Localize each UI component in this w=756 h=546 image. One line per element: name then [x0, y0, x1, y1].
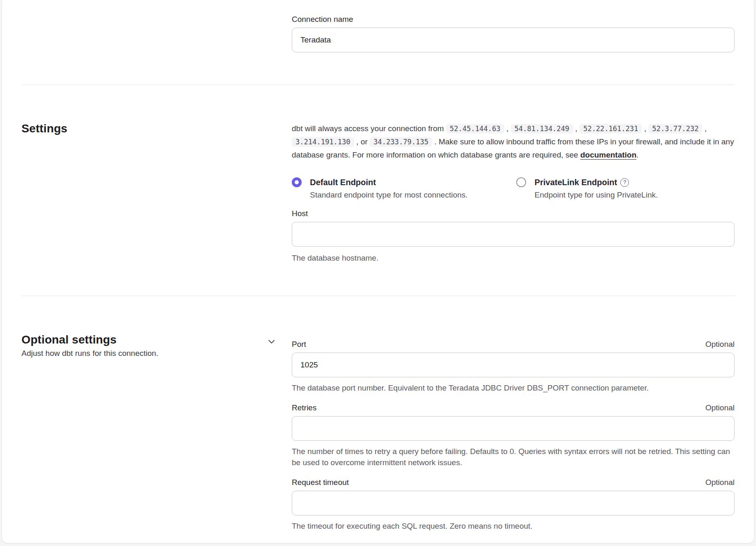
retries-input[interactable]: [292, 416, 735, 441]
port-helper-text: The database port number. Equivalent to …: [292, 382, 735, 393]
retries-field: Retries Optional The number of times to …: [292, 403, 735, 468]
host-label: Host: [292, 209, 735, 218]
radio-unselected-icon[interactable]: [516, 177, 526, 187]
request-timeout-input[interactable]: [292, 491, 735, 515]
ip-address-chip: 52.3.77.232: [648, 124, 702, 134]
host-helper-text: The database hostname.: [292, 252, 735, 264]
connection-name-left-spacer: [21, 15, 292, 52]
paragraph-text: , or: [356, 137, 367, 146]
paragraph-text: ,: [704, 124, 706, 133]
connection-settings-card: Connection name Settings dbt will always…: [2, 0, 754, 543]
optional-settings-subtitle: Adjust how dbt runs for this connection.: [21, 349, 292, 358]
paragraph-text: ,: [644, 124, 646, 133]
settings-heading: Settings: [21, 122, 292, 135]
privatelink-endpoint-label: PrivateLink Endpoint ?: [534, 177, 658, 188]
host-field: Host The database hostname.: [292, 209, 735, 264]
radio-option-privatelink-endpoint[interactable]: PrivateLink Endpoint ? Endpoint type for…: [516, 177, 658, 200]
optional-settings-section: Optional settings Adjust how dbt runs fo…: [21, 296, 735, 541]
chevron-down-icon[interactable]: [266, 336, 277, 347]
retries-helper-text: The number of times to retry a query bef…: [292, 446, 735, 468]
settings-section: Settings dbt will always access your con…: [21, 85, 735, 264]
connection-name-input[interactable]: [292, 28, 735, 52]
paragraph-text: ,: [506, 124, 508, 133]
radio-selected-icon[interactable]: [292, 177, 302, 187]
default-endpoint-description: Standard endpoint type for most connecti…: [310, 190, 468, 200]
connection-name-label: Connection name: [292, 15, 735, 24]
port-input[interactable]: [292, 353, 735, 377]
retries-label: Retries: [292, 403, 317, 412]
documentation-link[interactable]: documentation: [580, 151, 636, 159]
ip-address-chip: 34.233.79.135: [370, 137, 432, 147]
help-icon[interactable]: ?: [620, 178, 629, 187]
privatelink-endpoint-description: Endpoint type for using PrivateLink.: [534, 190, 658, 200]
ip-address-chip: 52.22.161.231: [579, 124, 642, 134]
ip-allowlist-paragraph: dbt will always access your connection f…: [292, 122, 735, 161]
port-field: Port Optional The database port number. …: [292, 340, 735, 393]
connection-name-section: Connection name: [21, 0, 735, 52]
port-label: Port: [292, 340, 306, 349]
optional-badge: Optional: [705, 478, 735, 487]
default-endpoint-label: Default Endpoint: [310, 177, 468, 188]
request-timeout-field: Request timeout Optional The timeout for…: [292, 478, 735, 532]
request-timeout-label: Request timeout: [292, 478, 349, 487]
paragraph-text: dbt will always access your connection f…: [292, 124, 444, 133]
request-timeout-helper-text: The timeout for executing each SQL reque…: [292, 520, 735, 532]
optional-settings-heading: Optional settings: [21, 333, 292, 346]
paragraph-text: .: [636, 151, 638, 159]
radio-option-default-endpoint[interactable]: Default Endpoint Standard endpoint type …: [292, 177, 468, 200]
endpoint-radio-group: Default Endpoint Standard endpoint type …: [292, 177, 735, 200]
ip-address-chip: 3.214.191.130: [292, 137, 354, 147]
host-input[interactable]: [292, 222, 735, 247]
optional-badge: Optional: [705, 340, 735, 349]
paragraph-text: ,: [575, 124, 577, 133]
ip-address-chip: 52.45.144.63: [446, 124, 504, 134]
optional-badge: Optional: [705, 403, 735, 412]
ip-address-chip: 54.81.134.249: [511, 124, 573, 134]
